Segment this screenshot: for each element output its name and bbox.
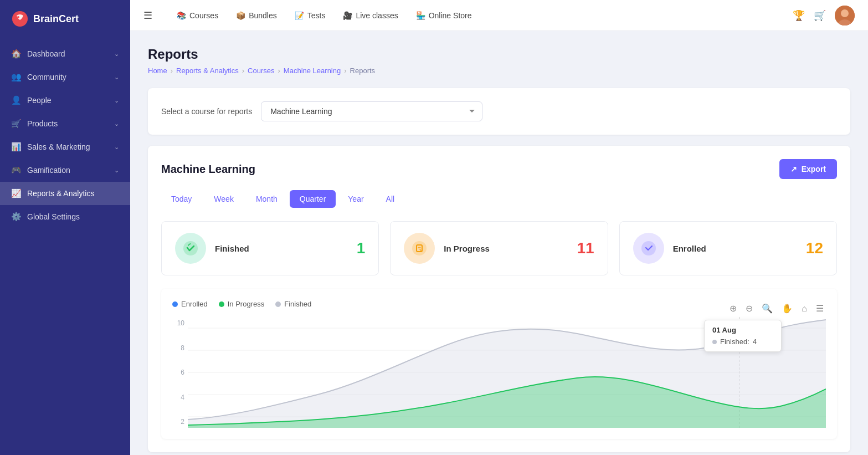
svg-point-6	[412, 241, 427, 255]
sidebar-item-community[interactable]: 👥 Community ⌄	[0, 65, 130, 89]
reports-icon: 📈	[11, 188, 22, 198]
sidebar-item-gamification[interactable]: 🎮 Gamification ⌄	[0, 159, 130, 182]
y-label-8: 8	[181, 344, 184, 352]
avatar[interactable]	[835, 6, 855, 25]
menu-chart-button[interactable]: ☰	[814, 302, 826, 315]
sidebar-item-people[interactable]: 👤 People ⌄	[0, 89, 130, 112]
finished-value: 1	[357, 239, 366, 257]
topbar-courses[interactable]: 📚 Courses	[170, 8, 225, 23]
courses-label: Courses	[189, 11, 218, 20]
in-progress-value: 11	[577, 239, 594, 257]
sidebar-item-label: People	[27, 96, 52, 105]
chart-tooltip: 01 Aug Finished: 4	[704, 320, 782, 352]
y-label-6: 6	[181, 369, 184, 376]
enrolled-icon	[641, 241, 656, 256]
sidebar-item-dashboard[interactable]: 🏠 Dashboard ⌄	[0, 42, 130, 65]
y-label-2: 2	[181, 418, 184, 426]
finished-icon	[183, 241, 198, 256]
course-selector-label: Select a course for reports	[161, 107, 252, 116]
sidebar-item-label: Sales & Marketing	[27, 142, 90, 151]
enrolled-icon-wrap	[633, 233, 664, 264]
people-icon: 👤	[11, 95, 22, 105]
braincert-logo-icon	[11, 10, 29, 28]
legend-in-progress: In Progress	[219, 300, 264, 308]
legend-finished: Finished	[275, 300, 311, 308]
sidebar-item-products[interactable]: 🛒 Products ⌄	[0, 112, 130, 135]
tab-month[interactable]: Month	[246, 190, 287, 208]
in-progress-legend-dot	[219, 301, 224, 307]
stats-row: Finished 1 In Progress 11	[161, 221, 837, 275]
enrolled-label: Enrolled	[673, 244, 797, 253]
bundles-icon: 📦	[236, 11, 245, 20]
chevron-icon: ⌄	[114, 144, 119, 151]
live-classes-icon: 🎥	[343, 11, 352, 20]
topbar-bundles[interactable]: 📦 Bundles	[229, 8, 284, 23]
breadcrumb-reports-analytics[interactable]: Reports & Analytics	[176, 67, 239, 75]
chart-y-axis: 10 8 6 4 2	[172, 317, 188, 428]
course-select[interactable]: Machine Learning	[261, 101, 482, 121]
sidebar-item-sales-marketing[interactable]: 📊 Sales & Marketing ⌄	[0, 135, 130, 159]
tab-today[interactable]: Today	[161, 190, 202, 208]
sales-icon: 📊	[11, 142, 22, 152]
breadcrumb-machine-learning[interactable]: Machine Learning	[284, 67, 341, 75]
chart-legend-row: Enrolled In Progress Finished ⊕	[172, 300, 826, 317]
dashboard-icon: 🏠	[11, 49, 22, 59]
y-label-4: 4	[181, 393, 184, 401]
tooltip-label: Finished:	[720, 338, 749, 346]
analytics-section-title: Machine Learning	[161, 163, 255, 176]
chart-toolbar: ⊕ ⊖ 🔍 ✋ ⌂ ☰	[727, 302, 826, 315]
export-label: Export	[802, 165, 826, 173]
export-button[interactable]: ↗ Export	[779, 159, 837, 179]
breadcrumb: Home › Reports & Analytics › Courses › M…	[148, 67, 850, 75]
content: Reports Home › Reports & Analytics › Cou…	[130, 31, 868, 455]
topbar-online-store[interactable]: 🏪 Online Store	[409, 8, 479, 23]
topbar-nav: 📚 Courses 📦 Bundles 📝 Tests 🎥 Live class…	[170, 8, 779, 23]
menu-icon[interactable]: ☰	[143, 9, 152, 22]
tests-icon: 📝	[295, 11, 304, 20]
tab-quarter[interactable]: Quarter	[290, 190, 336, 208]
breadcrumb-reports: Reports	[350, 67, 376, 75]
tooltip-date: 01 Aug	[712, 326, 773, 334]
breadcrumb-home[interactable]: Home	[148, 67, 167, 75]
chevron-icon: ⌄	[114, 120, 119, 127]
live-classes-label: Live classes	[356, 11, 398, 20]
breadcrumb-courses[interactable]: Courses	[248, 67, 274, 75]
zoom-out-button[interactable]: ⊖	[743, 302, 755, 315]
search-chart-button[interactable]: 🔍	[759, 302, 775, 315]
logo[interactable]: BrainCert	[0, 0, 130, 38]
settings-icon: ⚙️	[11, 212, 22, 222]
gamification-icon: 🎮	[11, 165, 22, 175]
sidebar-item-label: Dashboard	[27, 49, 65, 58]
course-selector-card: Select a course for reports Machine Lear…	[148, 88, 850, 135]
sidebar-item-reports-analytics[interactable]: 📈 Reports & Analytics	[0, 182, 130, 205]
cart-icon[interactable]: 🛒	[814, 9, 826, 22]
chevron-icon: ⌄	[114, 97, 119, 104]
in-progress-icon-wrap	[404, 233, 435, 264]
y-label-10: 10	[177, 319, 184, 327]
home-button[interactable]: ⌂	[799, 303, 809, 315]
logo-text: BrainCert	[33, 13, 79, 25]
svg-point-1	[17, 16, 19, 18]
online-store-label: Online Store	[429, 11, 472, 20]
tooltip-row: Finished: 4	[712, 338, 773, 346]
chart-legend: Enrolled In Progress Finished	[172, 300, 311, 308]
tooltip-value: 4	[753, 338, 757, 346]
topbar-live-classes[interactable]: 🎥 Live classes	[336, 8, 404, 23]
sidebar-item-global-settings[interactable]: ⚙️ Global Settings	[0, 205, 130, 228]
page-title: Reports	[148, 47, 850, 62]
sidebar: BrainCert 🏠 Dashboard ⌄ 👥 Community ⌄ 👤 …	[0, 0, 130, 455]
tab-week[interactable]: Week	[204, 190, 244, 208]
topbar-tests[interactable]: 📝 Tests	[288, 8, 332, 23]
sidebar-item-label: Global Settings	[27, 212, 80, 221]
bundles-label: Bundles	[249, 11, 277, 20]
tab-all[interactable]: All	[376, 190, 405, 208]
zoom-in-button[interactable]: ⊕	[727, 302, 739, 315]
chart-container: 10 8 6 4 2	[172, 317, 826, 428]
sidebar-nav: 🏠 Dashboard ⌄ 👥 Community ⌄ 👤 People ⌄ 🛒…	[0, 38, 130, 455]
tab-year[interactable]: Year	[338, 190, 373, 208]
chart-section: Enrolled In Progress Finished ⊕	[161, 289, 837, 439]
trophy-icon[interactable]: 🏆	[793, 9, 805, 22]
analytics-card: Machine Learning ↗ Export Today Week Mon…	[148, 146, 850, 452]
tooltip-dot	[712, 340, 717, 344]
pan-button[interactable]: ✋	[779, 302, 795, 315]
